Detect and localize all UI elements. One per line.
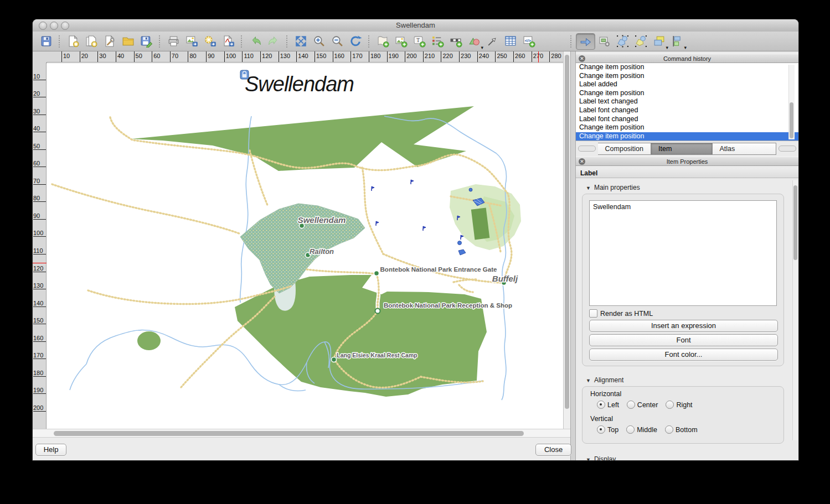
add-attribute-table-icon[interactable] bbox=[502, 34, 520, 49]
ruler-top-tick: 210 bbox=[423, 51, 441, 62]
export-as-svg-icon[interactable] bbox=[201, 34, 219, 49]
font-button[interactable]: Font bbox=[589, 334, 778, 346]
undo-icon[interactable] bbox=[246, 34, 265, 49]
item-properties-title: Item Properties bbox=[576, 157, 798, 166]
zoom-in-icon[interactable] bbox=[310, 34, 328, 49]
radio-left-icon[interactable] bbox=[597, 401, 605, 409]
zoom-out-icon[interactable] bbox=[328, 34, 347, 49]
add-html-frame-icon[interactable]: </> bbox=[520, 34, 538, 49]
ruler-left: 1020304050607080901001101201301401501601… bbox=[33, 63, 47, 429]
radio-middle[interactable]: Middle bbox=[626, 425, 657, 434]
close-panel-icon[interactable]: ✕ bbox=[579, 158, 585, 165]
label-rest-camp: Lang Elsies Kraal Rest Camp bbox=[337, 352, 417, 358]
tab-item-properties[interactable]: Item Properties bbox=[651, 143, 712, 155]
ruler-left-tick: 190 bbox=[33, 377, 46, 394]
composition-manager-icon[interactable] bbox=[101, 34, 119, 49]
help-button[interactable]: Help bbox=[35, 444, 66, 456]
add-image-icon[interactable] bbox=[392, 34, 410, 49]
title-label-item[interactable]: Swellendam bbox=[240, 70, 354, 96]
ruler-top-tick: 20 bbox=[80, 51, 98, 62]
radio-right-icon[interactable] bbox=[666, 401, 674, 409]
vertical-scroll-thumb[interactable] bbox=[565, 55, 569, 409]
main-properties-section-header[interactable]: ▼Main properties bbox=[586, 184, 640, 191]
canvas-horizontal-scrollbar[interactable] bbox=[33, 429, 570, 438]
radio-right[interactable]: Right bbox=[666, 401, 692, 409]
radio-bottom[interactable]: Bottom bbox=[665, 425, 698, 434]
tab-atlas-generation[interactable]: Atlas generation bbox=[713, 143, 777, 155]
history-item[interactable]: Change item position bbox=[576, 89, 798, 98]
ruler-top: 1020304050607080901001101201301401501601… bbox=[47, 51, 563, 63]
history-item[interactable]: Label text changed bbox=[576, 97, 798, 106]
item-type-label: Label bbox=[576, 168, 798, 178]
raise-selected-items-icon[interactable]: ▾ bbox=[650, 34, 668, 49]
render-as-html-checkbox[interactable] bbox=[589, 309, 597, 318]
align-selected-items-icon[interactable]: ▾ bbox=[668, 34, 687, 49]
move-item-content-icon[interactable] bbox=[595, 34, 614, 49]
zoom-full-icon[interactable] bbox=[292, 34, 310, 49]
label-text-input[interactable]: Swellendam bbox=[589, 200, 777, 306]
print-icon[interactable] bbox=[164, 34, 183, 49]
ruler-top-tick: 90 bbox=[206, 51, 224, 62]
panel-scrollbar[interactable] bbox=[792, 180, 798, 440]
tab-composition[interactable]: Composition bbox=[598, 143, 651, 155]
export-as-pdf-icon[interactable] bbox=[219, 34, 238, 49]
duplicate-composition-icon[interactable] bbox=[83, 34, 101, 49]
load-from-template-icon[interactable] bbox=[119, 34, 137, 49]
add-arrow-icon[interactable] bbox=[483, 34, 502, 49]
alignment-section-header[interactable]: ▼Alignment bbox=[586, 376, 623, 384]
radio-center-icon[interactable] bbox=[627, 401, 635, 409]
insert-expression-button[interactable]: Insert an expression bbox=[589, 320, 778, 332]
history-item[interactable]: Change item position bbox=[576, 63, 798, 72]
add-new-label-icon[interactable]: T bbox=[410, 34, 429, 49]
add-new-scalebar-icon[interactable] bbox=[447, 34, 465, 49]
radio-top-icon[interactable] bbox=[597, 425, 605, 434]
radio-left[interactable]: Left bbox=[597, 401, 619, 409]
ruler-top-tick: 130 bbox=[279, 51, 297, 62]
window-title: Swellendam bbox=[33, 19, 798, 32]
ruler-top-tick: 30 bbox=[97, 51, 116, 62]
cursor-position-marker-x bbox=[538, 51, 539, 63]
composition-page[interactable]: Swellendam Railton Bontebok National Par… bbox=[47, 64, 563, 429]
history-item[interactable]: Change item position bbox=[576, 132, 798, 141]
add-new-legend-icon[interactable] bbox=[429, 34, 447, 49]
ruler-top-tick: 280 bbox=[549, 51, 563, 62]
group-items-icon[interactable] bbox=[614, 34, 632, 49]
close-button[interactable]: Close bbox=[535, 444, 571, 456]
select-move-item-icon[interactable] bbox=[576, 33, 595, 50]
font-color-button[interactable]: Font color... bbox=[589, 349, 778, 361]
radio-top[interactable]: Top bbox=[597, 425, 618, 434]
add-basic-shape-icon[interactable]: ▾ bbox=[465, 34, 483, 49]
radio-bottom-icon[interactable] bbox=[665, 425, 673, 434]
canvas-vertical-scrollbar[interactable] bbox=[563, 51, 570, 429]
history-item[interactable]: Label added bbox=[576, 80, 798, 89]
display-section-header[interactable]: ▼Display bbox=[586, 455, 616, 460]
map-item[interactable]: Swellendam Railton Bontebok National Par… bbox=[47, 64, 563, 429]
panel-splitter[interactable] bbox=[570, 51, 576, 460]
page-title: Swellendam bbox=[245, 72, 354, 96]
save-project-icon[interactable] bbox=[37, 34, 55, 49]
new-composition-icon[interactable] bbox=[64, 34, 83, 49]
history-item[interactable]: Change item position bbox=[576, 123, 798, 132]
save-as-template-icon[interactable] bbox=[137, 34, 156, 49]
export-as-image-icon[interactable] bbox=[183, 34, 201, 49]
radio-middle-icon[interactable] bbox=[626, 425, 635, 434]
label-swellendam-town: Swellendam bbox=[298, 215, 346, 225]
history-item[interactable]: Change item position bbox=[576, 72, 798, 81]
ruler-left-tick: 180 bbox=[33, 359, 46, 377]
history-item[interactable]: Label font changed bbox=[576, 115, 798, 124]
vertical-label: Vertical bbox=[590, 415, 613, 423]
history-scrollbar[interactable] bbox=[788, 65, 795, 139]
refresh-view-icon[interactable] bbox=[347, 34, 365, 49]
close-panel-icon[interactable]: ✕ bbox=[579, 55, 585, 62]
history-scroll-thumb[interactable] bbox=[790, 102, 793, 138]
ungroup-items-icon[interactable] bbox=[632, 34, 650, 49]
add-new-map-icon[interactable] bbox=[374, 34, 392, 49]
panel-scroll-thumb[interactable] bbox=[793, 185, 797, 260]
ruler-left-tick: 70 bbox=[33, 167, 46, 185]
horizontal-scroll-thumb[interactable] bbox=[54, 431, 524, 436]
redo-icon[interactable] bbox=[265, 34, 283, 49]
ruler-top-tick: 10 bbox=[61, 51, 80, 62]
horizontal-label: Horizontal bbox=[590, 390, 621, 398]
history-item[interactable]: Label font changed bbox=[576, 106, 798, 115]
radio-center[interactable]: Center bbox=[627, 401, 658, 409]
